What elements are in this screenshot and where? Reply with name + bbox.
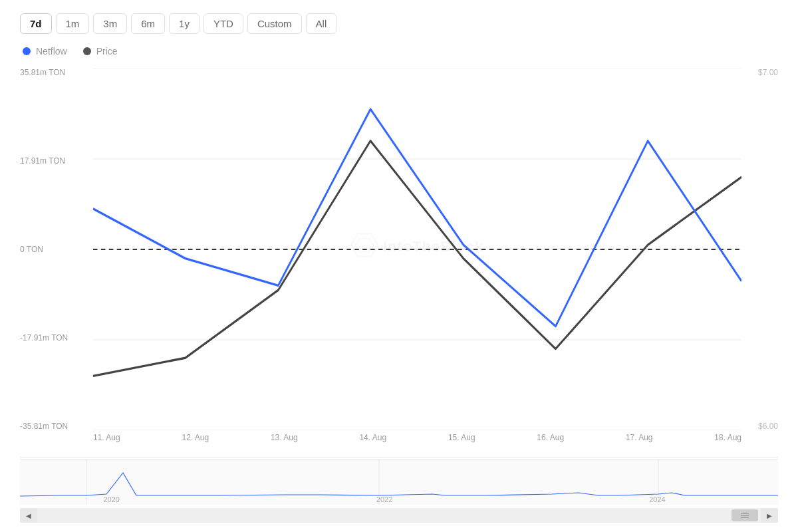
time-btn-6m[interactable]: 6m: [131, 13, 165, 34]
scroll-thumb-grip: [741, 513, 749, 518]
y-label-left-3: -17.91m TON: [20, 334, 93, 342]
y-axis-left: 35.81m TON17.91m TON0 TON-17.91m TON-35.…: [20, 68, 93, 430]
y-label-right-0: $7.00: [758, 68, 778, 76]
y-label-left-1: 17.91m TON: [20, 157, 93, 165]
y-axis-right: $7.00$6.00: [741, 68, 778, 430]
netflow-label: Netflow: [36, 46, 67, 57]
grip-line-1: [741, 513, 749, 514]
netflow-dot: [23, 47, 31, 55]
price-dot: [83, 47, 91, 55]
x-label-4: 15. Aug: [448, 433, 475, 442]
price-label: Price: [96, 46, 118, 57]
main-container: 7d1m3m6m1yYTDCustomAll Netflow Price 35.…: [0, 0, 798, 532]
nav-year-2024: 2024: [649, 495, 665, 503]
y-label-left-4: -35.81m TON: [20, 422, 93, 430]
time-btn-1m[interactable]: 1m: [56, 13, 90, 34]
chart-legend: Netflow Price: [20, 46, 778, 57]
x-label-3: 14. Aug: [359, 433, 386, 442]
chart-svg-container: IntoTheBlock: [93, 68, 741, 430]
legend-netflow: Netflow: [23, 46, 67, 57]
main-chart-area: 35.81m TON17.91m TON0 TON-17.91m TON-35.…: [20, 68, 778, 458]
time-controls: 7d1m3m6m1yYTDCustomAll: [20, 13, 778, 34]
navigator-year-labels: 202020222024: [20, 493, 778, 505]
scroll-right-arrow[interactable]: ▶: [761, 508, 778, 523]
legend-price: Price: [83, 46, 118, 57]
time-btn-custom[interactable]: Custom: [247, 13, 302, 34]
chart-svg: [93, 68, 741, 430]
y-label-left-0: 35.81m TON: [20, 68, 93, 76]
scroll-bar: ◀ ▶: [20, 508, 778, 523]
nav-year-2022: 2022: [376, 495, 392, 503]
grip-line-2: [741, 515, 749, 516]
scroll-left-arrow[interactable]: ◀: [20, 508, 37, 523]
x-label-1: 12. Aug: [182, 433, 209, 442]
x-label-7: 18. Aug: [714, 433, 741, 442]
time-btn-7d[interactable]: 7d: [20, 13, 52, 34]
nav-year-2020: 2020: [103, 495, 119, 503]
navigator-area: 202020222024 ◀ ▶: [20, 459, 778, 525]
time-btn-all[interactable]: All: [306, 13, 337, 34]
time-btn-ytd[interactable]: YTD: [203, 13, 243, 34]
x-label-5: 16. Aug: [537, 433, 564, 442]
x-label-0: 11. Aug: [93, 433, 120, 442]
netflow-line: [93, 109, 741, 326]
x-axis-labels: 11. Aug12. Aug13. Aug14. Aug15. Aug16. A…: [93, 433, 741, 454]
time-btn-3m[interactable]: 3m: [93, 13, 127, 34]
x-label-6: 17. Aug: [626, 433, 653, 442]
time-btn-1y[interactable]: 1y: [169, 13, 200, 34]
scroll-track[interactable]: [37, 508, 761, 523]
y-label-right-4: $6.00: [758, 422, 778, 430]
scroll-thumb[interactable]: [732, 509, 758, 521]
grip-line-3: [741, 517, 749, 518]
y-label-left-2: 0 TON: [20, 245, 93, 253]
x-label-2: 13. Aug: [271, 433, 298, 442]
